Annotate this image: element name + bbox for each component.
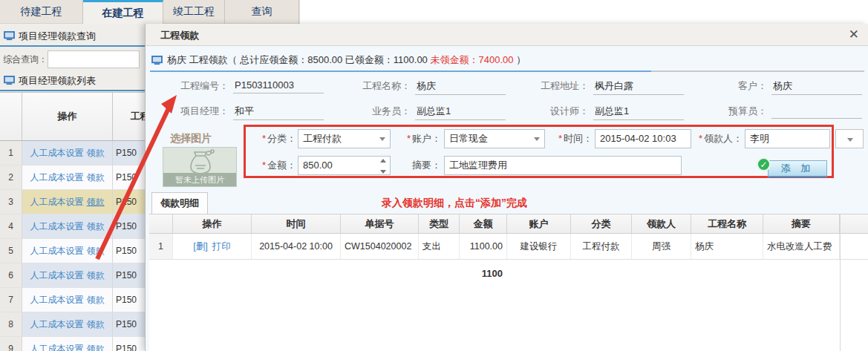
sidebar-section-list-title: 项目经理领款列表 [19, 74, 96, 88]
sidebar-section-list: 项目经理领款列表 [0, 71, 145, 91]
labor-cost-setup-link[interactable]: 人工成本设置 [30, 147, 84, 160]
memo-label: 摘要： [391, 156, 441, 175]
collect-payment-link[interactable]: 领款 [87, 318, 105, 331]
tab-payment-detail[interactable]: 领款明细 [151, 192, 208, 214]
amount-stepper[interactable]: 850.00 [298, 156, 391, 175]
row-op-cell: 人工成本设置领款 [22, 214, 113, 239]
info-field-value: 枫丹白露 [593, 77, 684, 95]
labor-cost-setup-link[interactable]: 人工成本设置 [30, 318, 84, 331]
row-op-cell: 人工成本设置领款 [22, 141, 113, 165]
collect-payment-link[interactable]: 领款 [87, 171, 105, 184]
payee-label: *领款人： [682, 129, 743, 148]
chevron-down-icon [379, 137, 385, 141]
sidebar-col-op: 操作 [22, 93, 113, 140]
row-index: 9 [0, 337, 22, 351]
detail-cell: 建设银行 [507, 234, 571, 259]
category-select[interactable]: 工程付款 [298, 129, 391, 148]
labor-cost-setup-link[interactable]: 人工成本设置 [30, 343, 84, 351]
collect-payment-link[interactable]: 领款 [87, 245, 105, 257]
info-field: 业务员：副总监1 [327, 102, 506, 122]
memo-input[interactable]: 工地监理费用 [444, 156, 682, 175]
detail-col-header [149, 214, 173, 233]
collect-payment-link[interactable]: 领款 [87, 343, 105, 351]
row-index: 5 [0, 239, 22, 263]
image-placeholder-caption: 暂未上传图片 [163, 173, 236, 186]
check-icon: ✓ [757, 157, 771, 171]
collect-payment-link[interactable]: 领款 [87, 196, 105, 209]
summary-divider [150, 70, 864, 72]
image-picker-title: 选择图片 [170, 132, 212, 145]
info-field: 设计师：副总监1 [506, 102, 684, 122]
detail-col-header: 分类 [571, 214, 632, 233]
labor-cost-setup-link[interactable]: 人工成本设置 [30, 245, 84, 257]
payment-modal: 工程领款 ✕ 杨庆 工程领款（ 总计应领金额：8500.00 已领金额：1100… [145, 24, 868, 351]
detail-table-panel: 操作时间单据号类型金额账户分类领款人工程名称摘要 1[删]打印2015-04-0… [149, 214, 868, 351]
info-field-label: 设计师： [507, 105, 589, 118]
info-field-value: 副总监1 [415, 102, 506, 120]
sidebar-col-index [0, 93, 22, 140]
tab-completed[interactable]: 竣工工程 [163, 0, 225, 24]
collect-payment-link[interactable]: 领款 [87, 269, 105, 282]
account-select[interactable]: 日常现金 [444, 129, 545, 148]
payee-input[interactable]: 李明 [745, 129, 830, 148]
collect-payment-link[interactable]: 领款 [87, 147, 105, 160]
detail-col-header: 类型 [419, 214, 460, 233]
detail-table-body: 1[删]打印2015-04-02 10:00CW1504020002支出1100… [149, 234, 868, 260]
labor-cost-setup-link[interactable]: 人工成本设置 [30, 171, 84, 184]
tab-in-progress[interactable]: 在建工程 [83, 0, 163, 24]
tab-pending[interactable]: 待建工程 [0, 0, 83, 24]
delete-link[interactable]: [删] [193, 240, 207, 253]
sidebar-search-row: 综合查询： [0, 48, 145, 70]
labor-cost-setup-link[interactable]: 人工成本设置 [30, 196, 84, 209]
row-index: 8 [0, 312, 22, 337]
tab-query[interactable]: 查询 [225, 0, 299, 24]
stepper-arrows-icon[interactable] [379, 159, 388, 174]
sidebar-section-query: 项目经理领款查询 [0, 27, 145, 47]
row-op-cell: 人工成本设置领款 [22, 312, 113, 337]
info-field-label: 预算员： [685, 105, 767, 118]
labor-cost-setup-link[interactable]: 人工成本设置 [30, 269, 84, 282]
row-index: 2 [0, 165, 22, 190]
detail-col-header: 工程名称 [691, 214, 763, 233]
detail-cell: 1 [149, 234, 173, 259]
detail-col-header: 操作 [173, 214, 252, 233]
info-field: 预算员： [684, 102, 862, 122]
time-label: *时间： [542, 129, 593, 148]
search-label: 综合查询： [0, 53, 48, 66]
info-field-value: 杨庆 [415, 77, 506, 95]
close-icon[interactable]: ✕ [849, 27, 859, 42]
detail-cell: 2015-04-02 10:00 [252, 234, 341, 259]
row-op-cell: 人工成本设置领款 [22, 239, 113, 263]
row-index: 6 [0, 263, 22, 288]
labor-cost-setup-link[interactable]: 人工成本设置 [30, 220, 84, 233]
sidebar-section-query-title: 项目经理领款查询 [19, 30, 96, 43]
modal-titlebar: 工程领款 ✕ [146, 24, 868, 46]
detail-col-header: 账户 [507, 214, 571, 233]
info-field-value: 和平 [233, 102, 324, 120]
detail-col-header: 时间 [252, 214, 341, 233]
detail-cell: CW1504020002 [341, 234, 419, 259]
info-field-label: 工程名称： [329, 79, 411, 93]
info-field-value [771, 102, 862, 119]
detail-col-header: 摘要 [763, 214, 840, 233]
detail-cell: 周强 [632, 234, 691, 259]
image-placeholder[interactable]: 暂未上传图片 [163, 147, 237, 187]
add-button[interactable]: 添 加 [768, 160, 827, 177]
payee-dropdown-button[interactable] [835, 129, 864, 148]
labor-cost-setup-link[interactable]: 人工成本设置 [30, 294, 84, 306]
info-field: 工程名称：杨庆 [327, 77, 506, 96]
detail-col-header: 领款人 [632, 214, 691, 233]
info-field-label: 业务员： [329, 105, 411, 118]
row-index: 3 [0, 190, 22, 214]
print-link[interactable]: 打印 [212, 240, 231, 253]
collect-payment-link[interactable]: 领款 [87, 220, 105, 233]
time-input[interactable]: 2015-04-02 10:03 [595, 129, 691, 148]
row-op-cell: 人工成本设置领款 [22, 288, 113, 312]
detail-table-header: 操作时间单据号类型金额账户分类领款人工程名称摘要 [149, 214, 868, 234]
table-right-border [840, 214, 841, 351]
collect-payment-link[interactable]: 领款 [87, 294, 105, 306]
search-input[interactable] [48, 50, 140, 68]
info-field-value: 副总监1 [593, 102, 684, 120]
info-field-label: 客户： [685, 79, 767, 93]
summary-unclaimed: 未领金额：7400.00 [430, 54, 513, 65]
